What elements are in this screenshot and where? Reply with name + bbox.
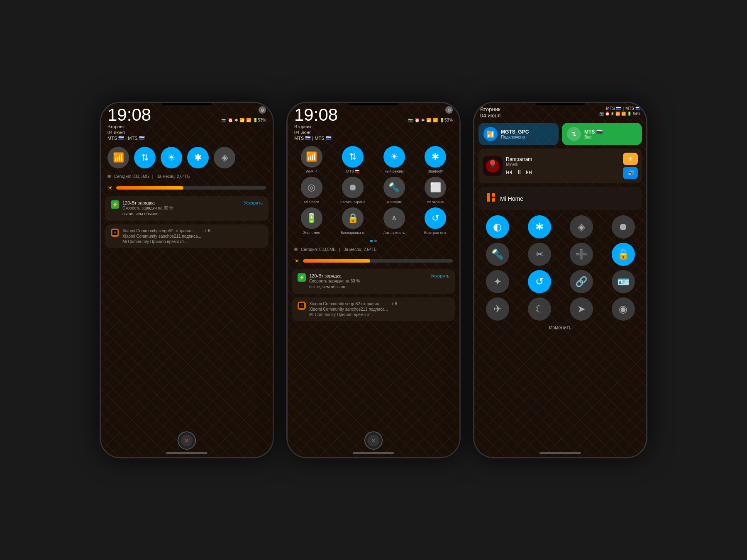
album-art-3 xyxy=(483,156,503,176)
brightness-1: ☀ xyxy=(101,182,273,196)
quick-battery-2[interactable]: 🔋 Экономия xyxy=(293,207,331,235)
quick-fast-2[interactable]: ↺ Быстрая отп. xyxy=(417,207,455,235)
date-1: Вторник 04 июня xyxy=(107,124,151,136)
phone-3: Вторник 04 июня MTS 🇷🇺 | MTS 🇷🇺 📷⏰✱📶📶 🔋5… xyxy=(473,102,647,458)
wifi-card-3[interactable]: 📶 MGTS_GPC Подключено xyxy=(478,123,559,145)
top-cards-3: 📶 MGTS_GPC Подключено ⇅ MTS 🇷🇺 Вкл. xyxy=(474,119,646,149)
toggle-data-1[interactable]: ⇅ xyxy=(134,147,156,168)
community-lines-2: Xiaomi Community sergo52 отправил... Xia… xyxy=(309,302,388,317)
mi-logo-3 xyxy=(485,192,497,205)
quick-wifi-2[interactable]: 📶 Wi-Fi 4 xyxy=(293,146,331,173)
btn-card-3[interactable]: 🪪 xyxy=(612,270,635,293)
mts-icon-3: ⇅ xyxy=(567,127,581,141)
community-icon-1: 🅰 xyxy=(111,229,119,237)
prev-btn-3[interactable]: ⏮ xyxy=(506,168,513,176)
btn-lock-3[interactable]: 🔒 xyxy=(612,243,635,266)
status-icons-3: 📷⏰✱📶📶 🔋54% xyxy=(599,112,640,116)
notif-action-2[interactable]: Ускорить xyxy=(430,273,449,278)
quick-data-2[interactable]: ⇅ MTS 🇷🇺 xyxy=(334,146,372,173)
btn-link-3[interactable]: 🔗 xyxy=(570,270,593,293)
toggle-brightness-1[interactable]: ☀ xyxy=(161,147,182,168)
btn-scissors-3[interactable]: ✂ xyxy=(528,243,551,266)
home-btn-2[interactable]: ✕ xyxy=(364,431,383,450)
data-usage-2: Сегодня: 833,5МБ | За месяц: 2,64ГБ xyxy=(288,246,459,255)
status-bar-2: 19:08 Вторник 04 июня MTS 🇷🇺 | MTS 🇷🇺 ⚙ … xyxy=(288,103,459,143)
status-bar-1: 19:08 Вторник 04 июня MTS 🇷🇺 | MTS 🇷🇺 ⚙ … xyxy=(101,103,273,143)
quick-torch-2[interactable]: 🔦 Фонарик xyxy=(375,177,413,204)
community-icon-2: 🅰 xyxy=(298,302,306,310)
btn-camera-3[interactable]: ⏺ xyxy=(612,215,635,239)
status-bar-3: Вторник 04 июня MTS 🇷🇺 | MTS 🇷🇺 📷⏰✱📶📶 🔋5… xyxy=(474,103,646,119)
dots-2 xyxy=(288,238,459,246)
quick-record-2[interactable]: ⏺ Запись экрана xyxy=(334,177,372,204)
home-btn-inner-1: ✕ xyxy=(181,435,193,446)
mi-home-label-3: Mi Home xyxy=(500,195,523,202)
toggle-bluetooth-1[interactable]: ✱ xyxy=(187,147,209,168)
btn-contrast-3[interactable]: ◐ xyxy=(486,215,509,239)
quick-screenshot-2[interactable]: ⬜ ок экрана xyxy=(417,177,455,204)
brightness-2: ☀ xyxy=(288,255,459,269)
charging-icon-1: ⚡ xyxy=(111,200,119,209)
notif-community-2[interactable]: 🅰 Xiaomi Community sergo52 отправил... X… xyxy=(292,297,455,321)
btn-add-3[interactable]: ➕ xyxy=(570,243,593,266)
data-usage-1: Сегодня: 833,5МБ | За месяц: 2,64ГБ xyxy=(101,173,273,182)
carrier-1: MTS 🇷🇺 | MTS 🇷🇺 xyxy=(107,136,151,141)
notif-charging-2[interactable]: ⚡ 120-Вт зарядка Скорость зарядки на 30 … xyxy=(292,269,455,294)
pause-btn-3[interactable]: ⏸ xyxy=(516,168,522,176)
quick-toggles-1: 📶 ⇅ ☀ ✱ ◈ xyxy=(101,143,273,173)
volume-btn-3[interactable]: 🔊 xyxy=(623,167,638,179)
svg-point-3 xyxy=(490,160,495,166)
artist-name-3: Minelli xyxy=(506,162,620,167)
btn-star-3[interactable]: ✦ xyxy=(486,270,509,293)
home-btn-1[interactable]: ✕ xyxy=(178,431,196,450)
quick-mode-2[interactable]: ☀ ный режим xyxy=(375,146,413,173)
song-name-3: Ramparram xyxy=(506,156,620,162)
quick-mishare-2[interactable]: ◎ Mi Share xyxy=(293,177,331,204)
phone-2: 19:08 Вторник 04 июня MTS 🇷🇺 | MTS 🇷🇺 ⚙ … xyxy=(286,102,461,458)
status-icons-2: 📷 ⏰ ✱ 📶 📶 🔋53% xyxy=(408,115,453,122)
btn-rotate-3[interactable]: ↺ xyxy=(528,270,551,293)
bottom-grid-3: ◐ ✱ ◈ ⏺ 🔦 ✂ ➕ 🔒 ✦ ↺ 🔗 🪪 ✈ ☾ ➤ ◉ xyxy=(474,214,646,322)
date3-line2: 04 июня xyxy=(480,112,500,119)
brightness-btn-3[interactable]: ☀ xyxy=(623,153,638,165)
notif-action-1[interactable]: Ускорить xyxy=(244,200,263,205)
time-2: 19:08 xyxy=(294,106,338,124)
carrier-2: MTS 🇷🇺 | MTS 🇷🇺 xyxy=(294,136,338,141)
btn-airplane-3[interactable]: ✈ xyxy=(486,297,509,321)
phones-container: 19:08 Вторник 04 июня MTS 🇷🇺 | MTS 🇷🇺 ⚙ … xyxy=(0,85,747,475)
btn-moon-3[interactable]: ☾ xyxy=(528,297,551,321)
quick-bt-2[interactable]: ✱ Bluetooth xyxy=(417,146,455,173)
btn-nfc-3[interactable]: ◈ xyxy=(570,215,593,239)
settings-icon-2[interactable]: ⚙ xyxy=(445,106,453,114)
charging-icon-2: ⚡ xyxy=(298,273,306,282)
mi-home-card-3[interactable]: Mi Home xyxy=(478,187,642,210)
quick-lock-2[interactable]: 🔒 Блокировка о. xyxy=(334,207,372,235)
phone-1: 19:08 Вторник 04 июня MTS 🇷🇺 | MTS 🇷🇺 ⚙ … xyxy=(100,102,274,458)
btn-bluetooth-3[interactable]: ✱ xyxy=(528,215,551,239)
mts-card-3[interactable]: ⇅ MTS 🇷🇺 Вкл. xyxy=(562,123,642,145)
quick-grid-2: 📶 Wi-Fi 4 ⇅ MTS 🇷🇺 ☀ ный режим ✱ Bluetoo… xyxy=(288,143,459,238)
toggle-wifi-1[interactable]: 📶 xyxy=(107,147,129,168)
next-btn-3[interactable]: ⏭ xyxy=(526,168,532,176)
date-2: Вторник 04 июня xyxy=(294,124,338,136)
time-1: 19:08 xyxy=(107,106,151,124)
date3-line1: Вторник xyxy=(480,106,500,112)
notif-charging-1[interactable]: ⚡ 120-Вт зарядка Скорость зарядки на 30 … xyxy=(105,196,269,221)
carrier3: MTS 🇷🇺 | MTS 🇷🇺 xyxy=(606,106,640,111)
settings-icon-1[interactable]: ⚙ xyxy=(259,106,266,114)
toggle-nfc-1[interactable]: ◈ xyxy=(214,147,235,168)
notif-community-1[interactable]: 🅰 Xiaomi Community sergo52 отправил... X… xyxy=(105,224,269,248)
btn-location-3[interactable]: ➤ xyxy=(570,297,593,321)
btn-camera2-3[interactable]: ◉ xyxy=(612,297,635,321)
wifi-icon-3: 📶 xyxy=(483,127,498,141)
community-lines-1: Xiaomi Community sergo52 отправил... Xia… xyxy=(122,229,201,244)
status-icons-1: 📷 ⏰ ✱ 📶 📶 🔋53% xyxy=(221,115,266,122)
change-btn-3[interactable]: Изменить xyxy=(474,322,646,333)
music-controls-3: ⏮ ⏸ ⏭ xyxy=(506,168,620,176)
music-card-3: Ramparram Minelli ⏮ ⏸ ⏭ ☀ 🔊 xyxy=(478,149,642,183)
vol-bright-col-3: ☀ 🔊 xyxy=(623,153,638,179)
btn-torch-3[interactable]: 🔦 xyxy=(486,243,509,266)
quick-auto-bright-2[interactable]: A Автояркость xyxy=(375,207,413,235)
